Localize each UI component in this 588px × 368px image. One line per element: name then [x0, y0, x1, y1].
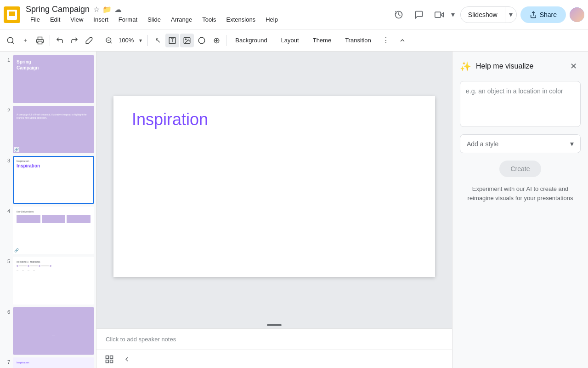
- zoom-dropdown[interactable]: ▾: [136, 34, 145, 47]
- menu-tools[interactable]: Tools: [198, 14, 220, 25]
- svg-rect-17: [110, 360, 113, 362]
- collapse-toolbar-btn[interactable]: [396, 34, 409, 47]
- slide-number-7: 7: [2, 357, 10, 365]
- title-icons: ☆ 📁 ☁: [93, 5, 122, 14]
- user-avatar[interactable]: [570, 7, 584, 22]
- menu-extensions[interactable]: Extensions: [222, 14, 260, 25]
- toolbar-separator-3: [147, 35, 148, 46]
- zoom-out-btn[interactable]: [102, 34, 116, 47]
- right-panel-title: Help me visualize: [476, 62, 533, 70]
- menu-format[interactable]: Format: [114, 14, 142, 25]
- text-box-btn[interactable]: [165, 34, 179, 47]
- image-btn[interactable]: [180, 34, 194, 47]
- slideshow-dropdown-arrow[interactable]: ▾: [505, 7, 516, 23]
- menu-file[interactable]: File: [26, 14, 45, 25]
- redo-btn[interactable]: [68, 34, 81, 47]
- slide-item[interactable]: 2 A campaign full of fresh botanical, il…: [2, 106, 94, 154]
- svg-rect-16: [110, 356, 113, 358]
- slide-canvas[interactable]: Inspiration: [113, 96, 435, 277]
- canvas-area: Inspiration Click to add speaker notes: [96, 52, 452, 368]
- history-icon[interactable]: [390, 6, 407, 23]
- speaker-notes[interactable]: Click to add speaker notes: [96, 328, 452, 350]
- slide-item[interactable]: 3 Inspiration Inspiration: [2, 156, 94, 204]
- menu-edit[interactable]: Edit: [45, 14, 65, 25]
- svg-line-4: [12, 42, 13, 43]
- toolbar-separator-4: [226, 35, 226, 46]
- svg-rect-5: [38, 41, 42, 44]
- app-icon[interactable]: [4, 6, 20, 23]
- canvas-slide-title: Inspiration: [132, 110, 417, 129]
- slide-thumb-3[interactable]: Inspiration Inspiration: [13, 156, 94, 204]
- camera-icon[interactable]: [431, 6, 447, 23]
- slide-4-box-3: [67, 215, 90, 223]
- cursor-btn[interactable]: ↖: [151, 34, 164, 47]
- top-right-controls: ▾ Slideshow ▾ Share: [390, 6, 584, 23]
- svg-line-7: [110, 42, 112, 43]
- background-btn[interactable]: Background: [229, 34, 273, 46]
- menu-help[interactable]: Help: [261, 14, 283, 25]
- slide-item[interactable]: 6 —: [2, 307, 94, 355]
- undo-btn[interactable]: [53, 34, 67, 47]
- theme-btn[interactable]: Theme: [307, 34, 337, 46]
- prompt-placeholder: e.g. an object in a location in color: [466, 87, 563, 95]
- close-panel-btn[interactable]: ✕: [566, 59, 581, 74]
- zoom-fit-btn[interactable]: +: [18, 34, 32, 47]
- transition-btn[interactable]: Transition: [339, 34, 377, 46]
- print-btn[interactable]: [33, 34, 47, 47]
- slide-thumb-6[interactable]: —: [13, 307, 94, 355]
- comment-icon[interactable]: [411, 6, 427, 23]
- slide-4-label: Key Deliverables: [17, 210, 90, 213]
- menu-arrange[interactable]: Arrange: [166, 14, 197, 25]
- toolbar-separator-1: [50, 35, 50, 46]
- slide-item[interactable]: 1 SpringCampaign: [2, 55, 94, 103]
- title-section: Spring Campaign ☆ 📁 ☁ File Edit View Ins…: [26, 5, 283, 25]
- menu-insert[interactable]: Insert: [89, 14, 113, 25]
- panel-collapse-btn[interactable]: [120, 353, 133, 366]
- share-label: Share: [540, 11, 557, 18]
- folder-icon[interactable]: 📁: [102, 5, 112, 14]
- doc-title-row: Spring Campaign ☆ 📁 ☁: [26, 5, 283, 14]
- slideshow-button: Slideshow ▾: [460, 6, 517, 23]
- prompt-textarea[interactable]: e.g. an object in a location in color: [460, 81, 581, 127]
- toolbar: + 100% ▾ ↖ ⊕ Background Layout Theme Tra…: [0, 29, 588, 52]
- zoom-value[interactable]: 100%: [117, 37, 136, 44]
- menu-view[interactable]: View: [66, 14, 88, 25]
- slide-panel[interactable]: 1 SpringCampaign 2 A campaign full of fr…: [0, 52, 96, 368]
- slide-item[interactable]: 7 Inspiration: [2, 357, 94, 368]
- bottom-bar: [96, 350, 452, 368]
- slide-number-3: 3: [2, 156, 10, 163]
- menu-slide[interactable]: Slide: [143, 14, 165, 25]
- add-btn[interactable]: ⊕: [209, 34, 223, 47]
- layout-btn[interactable]: Layout: [275, 34, 305, 46]
- slide-item[interactable]: 5 Milestones + Highlights: [2, 257, 94, 305]
- toolbar-separator-2: [99, 35, 99, 46]
- camera-dropdown[interactable]: ▾: [451, 10, 455, 19]
- doc-title[interactable]: Spring Campaign: [26, 5, 90, 14]
- toolbar-more-btn[interactable]: ⋮: [379, 34, 393, 47]
- top-bar: Spring Campaign ☆ 📁 ☁ File Edit View Ins…: [0, 0, 588, 29]
- search-toolbar-btn[interactable]: [4, 34, 17, 47]
- right-panel: ✨ Help me visualize ✕ e.g. an object in …: [452, 52, 588, 368]
- slide-thumb-1[interactable]: SpringCampaign: [13, 55, 94, 103]
- share-button[interactable]: Share: [520, 6, 566, 23]
- slide-item[interactable]: 4 Key Deliverables 🔗: [2, 207, 94, 254]
- cloud-icon[interactable]: ☁: [114, 5, 122, 14]
- slide-thumb-5[interactable]: Milestones + Highlights — —: [13, 257, 94, 305]
- slide-1-title: SpringCampaign: [17, 59, 90, 71]
- slide-number-5: 5: [2, 257, 10, 264]
- wand-icon: ✨: [460, 61, 471, 72]
- slide-3-label: Inspiration: [17, 160, 90, 162]
- link-overlay-4: 🔗: [14, 247, 19, 253]
- slideshow-main-btn[interactable]: Slideshow: [461, 7, 505, 23]
- slide-thumb-4[interactable]: Key Deliverables 🔗: [13, 207, 94, 254]
- create-btn[interactable]: Create: [499, 161, 541, 177]
- slide-thumb-7[interactable]: Inspiration: [13, 357, 94, 368]
- style-dropdown[interactable]: Add a style ▾: [460, 134, 581, 153]
- grid-view-btn[interactable]: [102, 352, 117, 367]
- paintbrush-btn[interactable]: [82, 34, 96, 47]
- svg-rect-18: [106, 360, 109, 362]
- shape-btn[interactable]: [195, 34, 209, 47]
- slide-thumb-2[interactable]: A campaign full of fresh botanical, illu…: [13, 106, 94, 154]
- canvas-wrapper[interactable]: Inspiration: [96, 52, 452, 322]
- star-icon[interactable]: ☆: [93, 5, 100, 14]
